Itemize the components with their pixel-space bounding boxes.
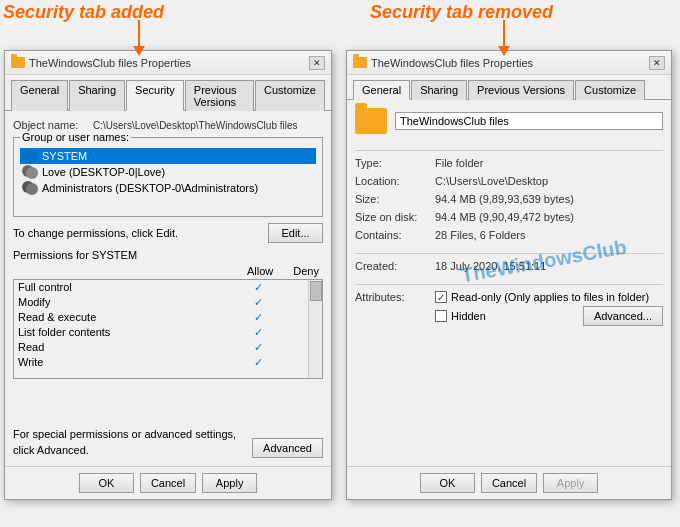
- location-value: C:\Users\Love\Desktop: [435, 175, 548, 187]
- right-cancel-button[interactable]: Cancel: [481, 473, 537, 493]
- size-value: 94.4 MB (9,89,93,639 bytes): [435, 193, 574, 205]
- filename-row: [355, 108, 663, 134]
- left-dialog: TheWindowsClub files Properties ✕ Genera…: [4, 50, 332, 500]
- arrow-head-right: [498, 46, 510, 56]
- readonly-checkbox[interactable]: [435, 291, 447, 303]
- type-row: Type: File folder: [355, 157, 663, 169]
- hidden-checkbox[interactable]: [435, 310, 447, 322]
- left-advanced-button[interactable]: Advanced: [252, 438, 323, 458]
- perm-write: Write ✓: [14, 355, 322, 370]
- left-tab-general[interactable]: General: [11, 80, 68, 111]
- perm-read: Read ✓: [14, 340, 322, 355]
- created-label: Created:: [355, 260, 435, 272]
- right-tab-general[interactable]: General: [353, 80, 410, 100]
- left-tab-sharing[interactable]: Sharing: [69, 80, 125, 111]
- separator-1: [355, 150, 663, 151]
- perm-read-execute: Read & execute ✓: [14, 310, 322, 325]
- perm-col-headers: Allow Deny: [247, 265, 319, 277]
- hidden-row: Hidden Advanced...: [435, 306, 663, 326]
- left-folder-icon: [11, 57, 25, 68]
- user-item-love[interactable]: Love (DESKTOP-0|Love): [20, 164, 316, 180]
- attributes-values: Read-only (Only applies to files in fold…: [435, 291, 663, 329]
- right-tab-customize[interactable]: Customize: [575, 80, 645, 100]
- edit-row: To change permissions, click Edit. Edit.…: [13, 223, 323, 243]
- readonly-label: Read-only (Only applies to files in fold…: [451, 291, 649, 303]
- change-permissions-text: To change permissions, click Edit.: [13, 227, 178, 239]
- permissions-header: Allow Deny: [13, 263, 323, 279]
- group-user-box: Group or user names: SYSTEM Love (DESKTO…: [13, 137, 323, 217]
- users-list: SYSTEM Love (DESKTOP-0|Love) Administrat…: [20, 148, 316, 196]
- right-tabs-row: General Sharing Previous Versions Custom…: [347, 75, 671, 100]
- right-folder-icon: [353, 57, 367, 68]
- right-title-left: TheWindowsClub files Properties: [353, 57, 533, 69]
- created-row: Created: 18 July 2020, 15:51:11: [355, 260, 663, 272]
- permissions-box: Full control ✓ Modify ✓ Read & execute ✓…: [13, 279, 323, 379]
- separator-2: [355, 253, 663, 254]
- deny-label: Deny: [293, 265, 319, 277]
- size-label: Size:: [355, 193, 435, 205]
- location-label: Location:: [355, 175, 435, 187]
- right-apply-button[interactable]: Apply: [543, 473, 598, 493]
- size-disk-value: 94.4 MB (9,90,49,472 bytes): [435, 211, 574, 223]
- type-label: Type:: [355, 157, 435, 169]
- created-value: 18 July 2020, 15:51:11: [435, 260, 546, 272]
- left-dialog-content: Object name: C:\Users\Love\Desktop\TheWi…: [5, 111, 331, 466]
- right-ok-button[interactable]: OK: [420, 473, 475, 493]
- size-disk-row: Size on disk: 94.4 MB (9,90,49,472 bytes…: [355, 211, 663, 223]
- left-tabs-row: General Sharing Security Previous Versio…: [5, 75, 331, 111]
- left-close-button[interactable]: ✕: [309, 56, 325, 70]
- right-tab-sharing[interactable]: Sharing: [411, 80, 467, 100]
- arrow-shaft-left: [138, 20, 140, 46]
- user-name-system: SYSTEM: [42, 150, 87, 162]
- bottom-text: For special permissions or advanced sett…: [13, 427, 236, 458]
- left-dialog-title: TheWindowsClub files Properties: [29, 57, 191, 69]
- admin-icon: [22, 181, 38, 195]
- attributes-label: Attributes:: [355, 291, 435, 303]
- contains-value: 28 Files, 6 Folders: [435, 229, 525, 241]
- arrow-head-left: [133, 46, 145, 56]
- object-name-row: Object name: C:\Users\Love\Desktop\TheWi…: [13, 119, 323, 131]
- right-bottom-buttons: OK Cancel Apply: [347, 466, 671, 499]
- type-value: File folder: [435, 157, 483, 169]
- user-name-love: Love (DESKTOP-0|Love): [42, 166, 165, 178]
- left-titlebar: TheWindowsClub files Properties ✕: [5, 51, 331, 75]
- filename-input[interactable]: [395, 112, 663, 130]
- hidden-label: Hidden: [451, 310, 486, 322]
- size-disk-label: Size on disk:: [355, 211, 435, 223]
- right-advanced-button[interactable]: Advanced...: [583, 306, 663, 326]
- attributes-section: Attributes: Read-only (Only applies to f…: [355, 291, 663, 458]
- object-name-label: Object name:: [13, 119, 93, 131]
- group-box-label: Group or user names:: [20, 131, 131, 143]
- system-icon: [22, 149, 38, 163]
- left-title-left: TheWindowsClub files Properties: [11, 57, 191, 69]
- user-item-system[interactable]: SYSTEM: [20, 148, 316, 164]
- scroll-thumb: [310, 281, 322, 301]
- props-folder-icon: [355, 108, 387, 134]
- right-close-button[interactable]: ✕: [649, 56, 665, 70]
- left-tab-customize[interactable]: Customize: [255, 80, 325, 111]
- right-dialog: TheWindowsClub files Properties ✕ Genera…: [346, 50, 672, 500]
- perm-modify: Modify ✓: [14, 295, 322, 310]
- location-row: Location: C:\Users\Love\Desktop: [355, 175, 663, 187]
- left-apply-button[interactable]: Apply: [202, 473, 257, 493]
- contains-row: Contains: 28 Files, 6 Folders: [355, 229, 663, 241]
- left-bottom-buttons: OK Cancel Apply: [5, 466, 331, 499]
- left-cancel-button[interactable]: Cancel: [140, 473, 196, 493]
- contains-label: Contains:: [355, 229, 435, 241]
- right-tab-previous-versions[interactable]: Previous Versions: [468, 80, 574, 100]
- permissions-scrollbar[interactable]: [308, 280, 322, 378]
- perm-list-folder: List folder contents ✓: [14, 325, 322, 340]
- bottom-row: For special permissions or advanced sett…: [13, 385, 323, 458]
- left-tab-security[interactable]: Security: [126, 80, 184, 111]
- left-ok-button[interactable]: OK: [79, 473, 134, 493]
- separator-3: [355, 284, 663, 285]
- edit-button[interactable]: Edit...: [268, 223, 323, 243]
- right-dialog-content: Type: File folder Location: C:\Users\Lov…: [347, 100, 671, 466]
- left-tab-previous-versions[interactable]: Previous Versions: [185, 80, 254, 111]
- user-item-admin[interactable]: Administrators (DESKTOP-0\Administrators…: [20, 180, 316, 196]
- user-name-admin: Administrators (DESKTOP-0\Administrators…: [42, 182, 258, 194]
- right-dialog-title: TheWindowsClub files Properties: [371, 57, 533, 69]
- perm-full-control: Full control ✓: [14, 280, 322, 295]
- readonly-row: Read-only (Only applies to files in fold…: [435, 291, 663, 303]
- arrow-shaft-right: [503, 20, 505, 46]
